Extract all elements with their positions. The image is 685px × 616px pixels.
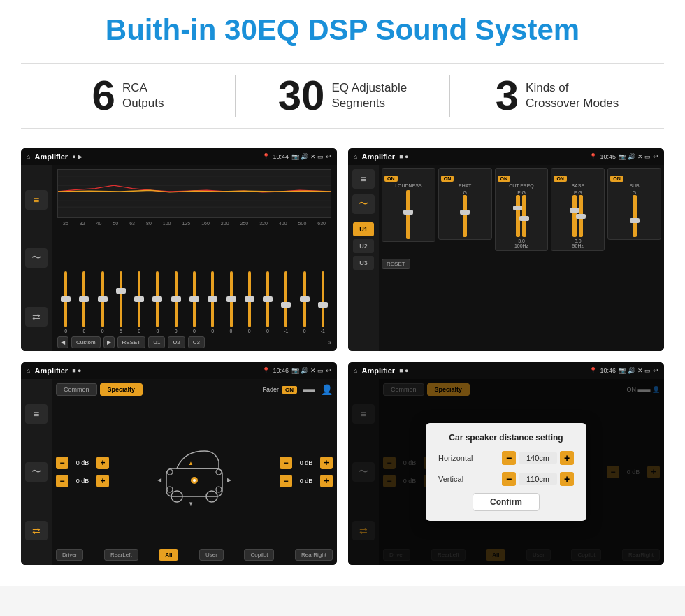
eq-u3-btn[interactable]: U3 xyxy=(188,336,205,348)
xover-loudness-slider[interactable] xyxy=(406,190,410,239)
eq-handle-13[interactable] xyxy=(300,296,310,302)
fader-user-btn[interactable]: User xyxy=(199,549,224,561)
dialog-vertical-minus[interactable]: − xyxy=(502,472,516,486)
eq-track-4[interactable] xyxy=(138,271,140,327)
eq-handle-4[interactable] xyxy=(134,296,144,302)
xover-phat-on[interactable]: ON xyxy=(441,176,454,182)
fader-all-btn[interactable]: All xyxy=(159,549,178,561)
fader-tab-common[interactable]: Common xyxy=(56,383,97,396)
fader-minus-2[interactable]: − xyxy=(56,475,68,487)
dialog-horizontal-minus[interactable]: − xyxy=(502,451,516,465)
confirm-button[interactable]: Confirm xyxy=(473,493,540,511)
eq-track-6[interactable] xyxy=(175,271,178,327)
xover-reset-btn[interactable]: RESET xyxy=(382,259,410,269)
xover-phat-slider[interactable] xyxy=(463,195,467,237)
eq-u2-btn[interactable]: U2 xyxy=(168,336,185,348)
eq-handle-8[interactable] xyxy=(208,296,217,302)
fader-minus-1[interactable]: − xyxy=(56,457,68,469)
eq-handle-11[interactable] xyxy=(263,296,273,302)
eq-track-8[interactable] xyxy=(211,271,214,327)
eq-track-13[interactable] xyxy=(303,271,306,327)
fader-minus-3[interactable]: − xyxy=(280,457,292,469)
eq-track-1[interactable] xyxy=(82,271,85,327)
eq-handle-10[interactable] xyxy=(245,296,254,302)
eq-handle-6[interactable] xyxy=(171,296,181,302)
xover-loudness-on[interactable]: ON xyxy=(384,176,398,182)
fader-copilot-btn[interactable]: Copilot xyxy=(244,549,274,561)
xover-wave-icon[interactable]: 〜 xyxy=(352,194,375,214)
eq-handle-7[interactable] xyxy=(189,296,199,302)
fader-plus-2[interactable]: + xyxy=(96,475,109,487)
eq-handle-1[interactable] xyxy=(79,296,89,302)
dialog-status-dots: ■ ● xyxy=(399,367,408,374)
fader-db-row-3: − 0 dB + xyxy=(280,457,333,469)
xover-status-right: 📍 10:45 📷 🔊 ✕ ▭ ↩ xyxy=(589,153,658,160)
xover-cutfreq-on[interactable]: ON xyxy=(498,176,511,182)
fader-sb-eq[interactable]: ≡ xyxy=(25,404,48,424)
eq-handle-0[interactable] xyxy=(61,296,71,302)
fader-sb-wave[interactable]: 〜 xyxy=(25,462,48,482)
fader-sidebar: ≡ 〜 ⇄ xyxy=(21,379,52,565)
eq-u1-btn[interactable]: U1 xyxy=(148,336,165,348)
eq-next-btn[interactable]: ▶ xyxy=(103,336,115,348)
fader-sliders-icon: ▬▬ xyxy=(303,386,315,393)
eq-track-5[interactable] xyxy=(156,271,159,327)
eq-track-11[interactable] xyxy=(266,271,269,327)
eq-track-9[interactable] xyxy=(230,271,233,327)
xover-cutfreq: ON CUT FREQ F G 3.010 xyxy=(495,168,549,251)
xover-bass-on[interactable]: ON xyxy=(554,176,567,182)
eq-track-12[interactable] xyxy=(284,271,287,327)
xover-phat: ON PHAT G xyxy=(438,168,492,240)
dialog-vertical-plus[interactable]: + xyxy=(560,472,574,486)
xover-eq-icon[interactable]: ≡ xyxy=(352,169,375,189)
fader-plus-3[interactable]: + xyxy=(320,457,333,469)
eq-sidebar-wave-btn[interactable]: 〜 xyxy=(25,248,48,268)
eq-curve-svg xyxy=(58,170,331,213)
fader-minus-4[interactable]: − xyxy=(280,475,292,487)
eq-track-0[interactable] xyxy=(64,271,67,327)
page-wrapper: Buith-in 30EQ DSP Sound System 6 RCAOutp… xyxy=(0,0,685,586)
xover-home-icon[interactable]: ⌂ xyxy=(354,153,357,160)
eq-sidebar-arrows-btn[interactable]: ⇄ xyxy=(25,307,48,327)
xover-bass-slider2[interactable] xyxy=(579,195,583,237)
fader-on-badge[interactable]: ON xyxy=(282,386,297,394)
fader-driver-btn[interactable]: Driver xyxy=(56,549,83,561)
eq-track-14[interactable] xyxy=(322,271,324,327)
dialog-horizontal-plus[interactable]: + xyxy=(560,451,574,465)
fader-sb-car[interactable]: ⇄ xyxy=(25,521,48,540)
xover-sub-slider[interactable] xyxy=(633,195,637,237)
eq-handle-12[interactable] xyxy=(281,302,291,308)
fader-db-row-4: − 0 dB + xyxy=(280,475,333,487)
dialog-home-icon[interactable]: ⌂ xyxy=(354,367,357,374)
eq-handle-2[interactable] xyxy=(98,296,108,302)
eq-handle-14[interactable] xyxy=(318,302,328,308)
fader-car-diagram: ▲ ▼ ◀ ▶ xyxy=(115,437,274,507)
eq-track-10[interactable] xyxy=(248,271,251,327)
eq-track-7[interactable] xyxy=(193,271,196,327)
eq-slider-2: 0 xyxy=(94,271,111,334)
xover-content: ≡ 〜 U1 U2 U3 ON xyxy=(348,165,664,351)
dialog-horizontal-row: Horizontal − 140cm + xyxy=(438,451,574,465)
fader-home-icon[interactable]: ⌂ xyxy=(27,367,30,374)
fader-rearleft-btn[interactable]: RearLeft xyxy=(104,549,138,561)
eq-handle-9[interactable] xyxy=(226,296,236,302)
xover-u1[interactable]: U1 xyxy=(353,222,374,236)
eq-sidebar-eq-btn[interactable]: ≡ xyxy=(25,190,48,210)
xover-u3[interactable]: U3 xyxy=(353,256,374,270)
xover-u2[interactable]: U2 xyxy=(353,239,374,253)
eq-track-3[interactable] xyxy=(120,271,122,327)
eq-home-icon[interactable]: ⌂ xyxy=(27,153,30,160)
xover-cutfreq-slider2[interactable] xyxy=(522,195,526,237)
fader-plus-4[interactable]: + xyxy=(320,475,333,487)
fader-tab-specialty[interactable]: Specialty xyxy=(100,383,143,396)
eq-app-title: Amplifier xyxy=(34,152,68,161)
fader-rearright-btn[interactable]: RearRight xyxy=(295,549,333,561)
eq-prev-btn[interactable]: ◀ xyxy=(57,336,68,348)
eq-handle-3[interactable] xyxy=(116,288,126,294)
fader-plus-1[interactable]: + xyxy=(96,457,109,469)
eq-slider-4: 0 xyxy=(131,271,147,334)
xover-sub-on[interactable]: ON xyxy=(610,176,623,182)
eq-reset-btn[interactable]: RESET xyxy=(117,336,146,348)
eq-handle-5[interactable] xyxy=(152,296,162,302)
eq-track-2[interactable] xyxy=(101,271,104,327)
